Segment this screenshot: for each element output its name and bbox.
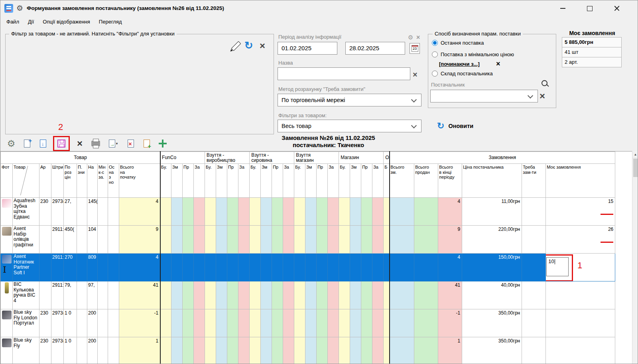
cell-end-total[interactable]: 4 bbox=[438, 198, 462, 226]
cell-need-order[interactable] bbox=[522, 309, 546, 337]
cell-na[interactable]: 104 bbox=[87, 226, 98, 254]
cell-na[interactable]: 809 bbox=[87, 254, 98, 281]
cell-store[interactable] bbox=[317, 226, 328, 254]
new-document-button[interactable]: + bbox=[21, 138, 33, 150]
cell-barcode[interactable]: 2911: bbox=[51, 281, 64, 309]
cell-store[interactable] bbox=[171, 226, 183, 254]
col-header[interactable]: По роз цін bbox=[64, 164, 77, 198]
cell-store[interactable] bbox=[183, 198, 194, 226]
cell-store[interactable] bbox=[238, 281, 250, 309]
move-button[interactable] bbox=[157, 138, 169, 150]
group-header-store[interactable]: Магазин bbox=[339, 152, 384, 164]
cell-store[interactable] bbox=[272, 226, 283, 254]
cell-my-order[interactable] bbox=[546, 337, 615, 364]
cell-store[interactable] bbox=[294, 337, 305, 364]
cell-store[interactable] bbox=[294, 281, 305, 309]
grid-row[interactable]: Axent Нотатник Partner Soft I2911:270809… bbox=[1, 254, 615, 281]
cell-min-qty[interactable] bbox=[98, 281, 108, 309]
cell-store[interactable] bbox=[272, 309, 283, 337]
cell-retail-price[interactable]: 79, bbox=[64, 281, 77, 309]
cell-store[interactable] bbox=[250, 337, 261, 364]
cell-photo[interactable] bbox=[1, 226, 13, 254]
grid-settings-button[interactable]: ⚙ bbox=[5, 138, 17, 150]
col-header-store[interactable]: Бу. bbox=[250, 164, 261, 198]
col-header-store[interactable]: Пр bbox=[361, 164, 372, 198]
cell-store[interactable] bbox=[183, 226, 194, 254]
col-header[interactable]: Всього продан bbox=[414, 164, 438, 198]
scroll-up-icon[interactable]: ▲ bbox=[632, 151, 638, 158]
cell-store[interactable] bbox=[183, 281, 194, 309]
cell-barcode[interactable]: 2911: bbox=[51, 254, 64, 281]
cell-need-order[interactable] bbox=[522, 254, 546, 281]
cell-my-order[interactable]: 26 bbox=[546, 226, 615, 254]
cell-my-order[interactable]: 15 bbox=[546, 198, 615, 226]
cell-discount[interactable] bbox=[77, 226, 87, 254]
cell-store[interactable] bbox=[339, 281, 350, 309]
col-header[interactable]: Всього в кінці періоду bbox=[438, 164, 462, 198]
search-icon[interactable] bbox=[542, 80, 547, 86]
cell-photo[interactable] bbox=[1, 309, 13, 337]
cell-retail-price[interactable]: 450( bbox=[64, 226, 77, 254]
cell-store[interactable] bbox=[227, 254, 238, 281]
cell-store[interactable] bbox=[160, 309, 171, 337]
cell-store[interactable] bbox=[205, 337, 216, 364]
cell-store[interactable] bbox=[339, 337, 350, 364]
frozen-pane-divider[interactable] bbox=[389, 151, 390, 364]
cell-store[interactable] bbox=[183, 309, 194, 337]
cell-store[interactable] bbox=[305, 198, 317, 226]
cell-start-total[interactable]: 4 bbox=[119, 198, 160, 226]
col-header[interactable]: Моє замовлення bbox=[546, 164, 615, 198]
cell-my-order[interactable]: 101 bbox=[546, 254, 615, 281]
cell-discount[interactable] bbox=[77, 281, 87, 309]
date-to-input[interactable]: 28.02.2025 bbox=[345, 42, 405, 55]
cell-store[interactable] bbox=[361, 198, 372, 226]
cell-store[interactable] bbox=[361, 309, 372, 337]
radio-min-price[interactable]: Поставка з мінімальною ціною bbox=[432, 51, 514, 57]
col-header-store[interactable]: Бу. bbox=[160, 164, 171, 198]
starting-from-link[interactable]: [починаючи з...] bbox=[439, 61, 480, 67]
cell-start-total[interactable]: 1 bbox=[119, 337, 160, 364]
cell-my-order[interactable] bbox=[546, 309, 615, 337]
maximize-button[interactable] bbox=[581, 0, 599, 16]
titlebar[interactable]: ⚙ Формування замовлення постачальнику (з… bbox=[0, 0, 638, 16]
group-header-partial[interactable]: О bbox=[384, 152, 390, 164]
cell-min-qty[interactable] bbox=[98, 198, 108, 226]
cell-need-order[interactable] bbox=[522, 226, 546, 254]
cell-store[interactable] bbox=[171, 198, 183, 226]
cell-barcode[interactable]: 2973( bbox=[51, 198, 64, 226]
cell-store[interactable] bbox=[384, 281, 390, 309]
cell-store[interactable] bbox=[372, 309, 384, 337]
col-header-partial[interactable]: Б bbox=[384, 164, 390, 198]
cell-store[interactable] bbox=[238, 226, 250, 254]
cell-store[interactable] bbox=[216, 254, 227, 281]
cell-store[interactable] bbox=[305, 254, 317, 281]
cell-store[interactable] bbox=[227, 226, 238, 254]
cell-store[interactable] bbox=[194, 226, 205, 254]
cell-store[interactable] bbox=[183, 337, 194, 364]
cell-total-sold[interactable] bbox=[414, 198, 438, 226]
cell-photo[interactable] bbox=[1, 337, 13, 364]
delete-button[interactable]: × bbox=[74, 138, 86, 150]
cell-store[interactable] bbox=[238, 337, 250, 364]
cell-store[interactable] bbox=[384, 309, 390, 337]
cell-store[interactable] bbox=[160, 254, 171, 281]
cell-store[interactable] bbox=[294, 198, 305, 226]
grid-row[interactable]: BIC Кулькова ручка BIC 42911:79,97,41414… bbox=[1, 281, 615, 309]
cell-store[interactable] bbox=[261, 309, 272, 337]
cell-store[interactable] bbox=[328, 254, 339, 281]
name-clear-icon[interactable]: × bbox=[413, 71, 417, 79]
cell-min-qty[interactable] bbox=[98, 337, 108, 364]
cell-na[interactable]: 200 bbox=[87, 337, 98, 364]
radio-supplier-warehouse[interactable]: Склад постачальника bbox=[432, 71, 493, 77]
cell-store[interactable] bbox=[250, 281, 261, 309]
cell-barcode[interactable]: 2973( bbox=[51, 309, 64, 337]
refresh-button[interactable]: ↻ Оновити bbox=[437, 122, 473, 130]
cell-end-total[interactable]: 9 bbox=[438, 226, 462, 254]
cell-store[interactable] bbox=[328, 198, 339, 226]
col-header-store[interactable]: За bbox=[238, 164, 250, 198]
import-document-button[interactable]: ↓ bbox=[37, 138, 49, 150]
cell-os[interactable] bbox=[108, 226, 119, 254]
cell-store[interactable] bbox=[328, 281, 339, 309]
cell-store[interactable] bbox=[171, 337, 183, 364]
cell-article[interactable] bbox=[39, 226, 51, 254]
